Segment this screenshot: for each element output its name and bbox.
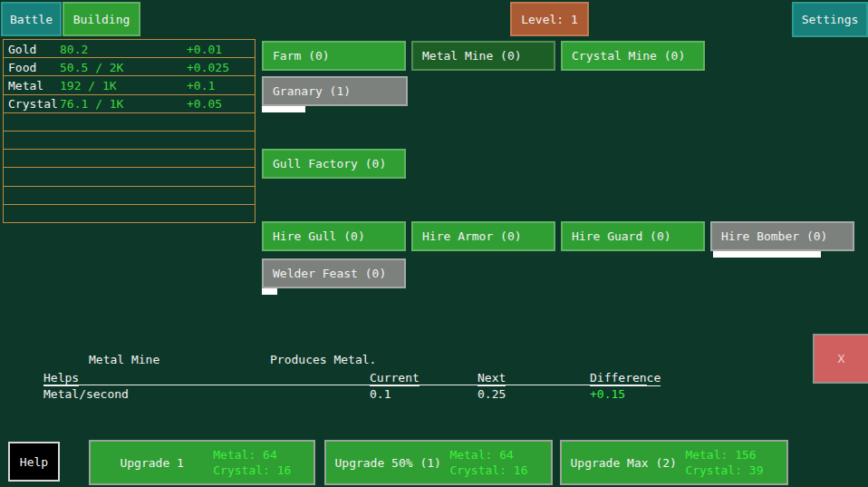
help-label: Help xyxy=(20,455,48,469)
resource-row-empty xyxy=(4,131,255,150)
resource-name: Metal xyxy=(8,79,43,93)
granary-button[interactable]: Granary (1) xyxy=(262,76,408,106)
resource-name: Crystal xyxy=(8,97,58,111)
farm-button[interactable]: Farm (0) xyxy=(262,41,406,71)
settings-button[interactable]: Settings xyxy=(792,2,868,37)
level-indicator: Level: 1 xyxy=(510,2,589,36)
resource-row-empty xyxy=(4,168,255,186)
resource-rate: +0.01 xyxy=(187,42,222,55)
resource-rate: +0.025 xyxy=(187,60,229,73)
resource-row-crystal: Crystal 76.1 / 1K +0.05 xyxy=(4,95,255,113)
detail-header-rule xyxy=(43,385,647,385)
upgrade-50-costs: Metal: 64 Crystal: 16 xyxy=(449,447,551,478)
upgrade-50-cost-crystal: Crystal: 16 xyxy=(449,463,551,478)
upgrade-max-cost-metal: Metal: 156 xyxy=(685,447,786,463)
detail-row-next: 0.25 xyxy=(477,387,506,401)
close-icon: X xyxy=(838,352,845,365)
resource-name: Gold xyxy=(8,42,36,55)
resource-value: 50.5 / 2K xyxy=(60,60,123,73)
hire-bomber-progress-fill xyxy=(713,251,821,258)
upgrade-max-costs: Metal: 156 Crystal: 39 xyxy=(685,447,786,478)
upgrade-50-button[interactable]: Upgrade 50% (1) Metal: 64 Crystal: 16 xyxy=(324,440,553,485)
resource-rate: +0.1 xyxy=(187,79,215,93)
detail-row-current: 0.1 xyxy=(370,387,391,401)
hire-bomber-button[interactable]: Hire Bomber (0) xyxy=(710,221,854,251)
resource-rate: +0.05 xyxy=(187,97,222,111)
upgrade-1-button[interactable]: Upgrade 1 Metal: 64 Crystal: 16 xyxy=(89,440,315,485)
upgrade-1-cost-metal: Metal: 64 xyxy=(213,447,313,463)
crystal-mine-button[interactable]: Crystal Mine (0) xyxy=(561,41,705,71)
resource-row-empty xyxy=(4,187,255,205)
game-window: Battle Building Level: 1 Settings Gold 8… xyxy=(0,0,868,487)
resource-table: Gold 80.2 +0.01 Food 50.5 / 2K +0.025 Me… xyxy=(3,39,256,223)
hire-guard-button[interactable]: Hire Guard (0) xyxy=(561,221,705,251)
resource-row-metal: Metal 192 / 1K +0.1 xyxy=(4,76,255,94)
detail-row-difference: +0.15 xyxy=(590,387,625,401)
upgrade-50-cost-metal: Metal: 64 xyxy=(449,447,551,463)
close-detail-button[interactable]: X xyxy=(813,334,868,384)
resource-row-empty xyxy=(4,205,255,222)
resource-row-empty xyxy=(4,113,255,131)
resource-value: 76.1 / 1K xyxy=(60,97,123,111)
tab-battle[interactable]: Battle xyxy=(1,2,62,36)
upgrade-1-cost-crystal: Crystal: 16 xyxy=(213,463,313,478)
detail-row-helps: Metal/second xyxy=(43,387,129,401)
upgrade-max-cost-crystal: Crystal: 39 xyxy=(685,463,786,478)
hire-gull-button[interactable]: Hire Gull (0) xyxy=(262,221,406,251)
welder-feast-button[interactable]: Welder Feast (0) xyxy=(262,258,406,288)
resource-row-empty xyxy=(4,150,255,168)
metal-mine-button[interactable]: Metal Mine (0) xyxy=(411,41,555,71)
upgrade-max-label: Upgrade Max (2) xyxy=(562,456,685,470)
granary-progress-bar xyxy=(262,106,408,112)
welder-feast-progress-fill xyxy=(262,288,277,295)
resource-value: 80.2 xyxy=(60,42,88,55)
resource-row-food: Food 50.5 / 2K +0.025 xyxy=(4,58,255,76)
hire-armor-button[interactable]: Hire Armor (0) xyxy=(411,221,555,251)
tab-building[interactable]: Building xyxy=(63,2,140,36)
resource-value: 192 / 1K xyxy=(60,79,117,93)
upgrade-50-label: Upgrade 50% (1) xyxy=(326,456,449,470)
help-button[interactable]: Help xyxy=(8,442,60,482)
upgrade-1-costs: Metal: 64 Crystal: 16 xyxy=(213,447,313,478)
granary-progress-fill xyxy=(262,106,305,112)
detail-description: Produces Metal. xyxy=(270,353,376,366)
welder-feast-progress-bar xyxy=(262,288,406,295)
detail-title: Metal Mine xyxy=(89,353,159,366)
gull-factory-button[interactable]: Gull Factory (0) xyxy=(262,149,406,179)
hire-bomber-progress-bar xyxy=(713,251,854,258)
upgrade-1-label: Upgrade 1 xyxy=(91,456,213,470)
upgrade-max-button[interactable]: Upgrade Max (2) Metal: 156 Crystal: 39 xyxy=(560,440,788,485)
resource-row-gold: Gold 80.2 +0.01 xyxy=(4,40,255,58)
resource-name: Food xyxy=(8,60,36,73)
